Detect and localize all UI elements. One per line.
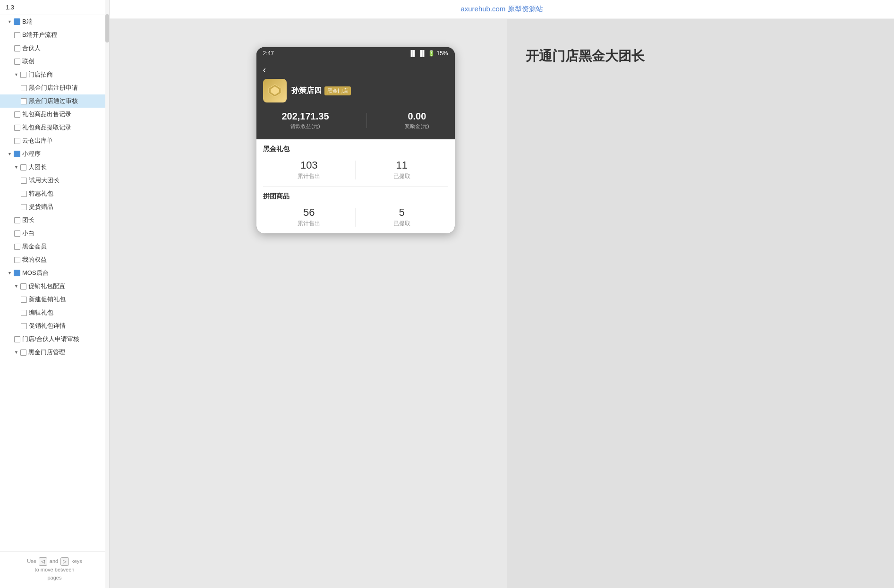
page-icon [14,257,20,263]
sidebar-item-label: 试用大团长 [29,176,60,185]
key-left-icon: ◁ [39,557,47,566]
page-icon [21,178,27,184]
sidebar-item-promo-config[interactable]: ▼ 促销礼包配置 [0,280,109,293]
scrollbar-thumb[interactable] [105,14,109,43]
stat-bonus-value: 0.00 [405,111,429,122]
collapse-arrow: ▼ [8,271,12,275]
sidebar-item-gift-sales[interactable]: 礼包商品出售记录 [0,108,109,121]
store-name: 孙策店四 [291,86,322,96]
section2-stat1-value: 56 [263,206,356,219]
sidebar-item-b-end[interactable]: ▼ B端 [0,15,109,28]
page-icon [14,336,20,342]
sidebar-item-special-gift[interactable]: 特惠礼包 [0,187,109,200]
page-icon [14,244,20,250]
stat-bonus-label: 奖励金(元) [405,123,429,130]
right-panel: 开通门店黑金大团长 [507,19,894,588]
sidebar-item-label: 促销礼包详情 [29,322,66,330]
sidebar-item-edit-gift[interactable]: 编辑礼包 [0,306,109,319]
sidebar-item-joint[interactable]: 联创 [0,55,109,68]
sidebar-item-xiaobai[interactable]: 小白 [0,227,109,240]
back-button[interactable]: ‹ [263,64,448,75]
sidebar-item-label: 特惠礼包 [29,189,53,198]
store-badge: 黑金门店 [324,86,351,95]
page-icon [14,32,20,38]
sidebar-item-black-member[interactable]: 黑金会员 [0,240,109,253]
sidebar-item-new-promo[interactable]: 新建促销礼包 [0,293,109,306]
footer-use-text: Use [27,557,36,566]
section2-stat2-value: 5 [356,206,448,219]
section1-title: 黑金礼包 [256,139,455,157]
sidebar-item-label: MOS后台 [22,269,49,277]
page-icon [21,310,27,316]
footer-move-text: to move between [35,567,75,572]
main-content: axurehub.com 原型资源站 2:47 ▐▌ ▐▌ 🔋 15% ‹ [110,0,894,588]
sidebar-item-label: 云仓出库单 [22,136,53,145]
stat-bonus: 0.00 奖励金(元) [405,111,429,130]
sidebar-item-promo-detail[interactable]: 促销礼包详情 [0,319,109,332]
sidebar-item-black-store-mgmt[interactable]: ▼ 黑金门店管理 [0,346,109,359]
topbar-title: axurehub.com 原型资源站 [460,5,543,13]
footer-keys-text: keys [71,557,82,566]
page-icon [20,72,26,78]
sidebar-item-label: 新建促销礼包 [29,295,66,304]
sidebar-item-label: 黑金门店通过审核 [29,97,78,105]
sidebar-item-store-recruit[interactable]: ▼ 门店招商 [0,68,109,81]
sidebar-item-leader[interactable]: 团长 [0,213,109,227]
scrollbar-track[interactable] [105,0,109,588]
phone-status-bar: 2:47 ▐▌ ▐▌ 🔋 15% [256,47,455,60]
sidebar-item-gift-pickup[interactable]: 礼包商品提取记录 [0,121,109,134]
sidebar-item-black-register[interactable]: 黑金门店注册申请 [0,81,109,94]
status-time: 2:47 [263,50,274,57]
footer-and-text: and [50,557,58,566]
sidebar-item-mos-backend[interactable]: ▼ MOS后台 [0,266,109,280]
sidebar-item-mini-prog[interactable]: ▼ 小程序 [0,147,109,161]
page-icon [14,217,20,223]
page-icon [21,297,27,303]
folder-icon [14,151,20,157]
phone-mockup-container: 2:47 ▐▌ ▐▌ 🔋 15% ‹ [110,19,507,588]
collapse-arrow: ▼ [14,350,19,355]
sidebar-item-label: B端开户流程 [22,31,57,39]
sidebar-item-label: 黑金会员 [22,242,47,251]
stat-earnings-label: 货款收益(元) [281,123,329,130]
page-icon [20,283,26,290]
page-icon [14,111,20,118]
sidebar-item-my-rights[interactable]: 我的权益 [0,253,109,266]
sidebar-item-b-open[interactable]: B端开户流程 [0,28,109,42]
sidebar-item-black-approved[interactable]: 黑金门店通过审核 [0,94,109,108]
page-icon [20,349,26,356]
section2-stat1: 56 累计售出 [263,206,356,228]
stat-divider [366,113,367,128]
page-icon [21,204,27,210]
sidebar-item-label: 大团长 [28,163,47,171]
sidebar-item-store-apply[interactable]: 门店/合伙人申请审核 [0,332,109,346]
sidebar-item-pickup-gift[interactable]: 提货赠品 [0,200,109,213]
stat-earnings-value: 202,171.35 [281,111,329,122]
sidebar-item-label: 促销礼包配置 [28,282,65,290]
collapse-arrow: ▼ [14,284,19,289]
sidebar-item-try-leader[interactable]: 试用大团长 [0,174,109,187]
canvas-area: 2:47 ▐▌ ▐▌ 🔋 15% ‹ [110,19,894,588]
page-icon [21,323,27,329]
sidebar-item-label: 编辑礼包 [29,308,53,317]
phone-body: 黑金礼包 103 累计售出 11 已提取 拼团 [256,139,455,233]
sidebar-item-big-leader[interactable]: ▼ 大团长 [0,161,109,174]
sidebar-item-label: 小程序 [22,150,41,158]
section1-stat2: 11 已提取 [356,159,448,180]
sidebar-item-label: 礼包商品出售记录 [22,110,71,119]
sidebar-footer: Use ◁ and ▷ keys to move between pages [0,551,109,588]
page-icon [20,164,26,170]
sidebar-item-cloud-stock[interactable]: 云仓出库单 [0,134,109,147]
page-icon [21,98,27,104]
collapse-arrow: ▼ [14,72,19,77]
store-name-section: 孙策店四 黑金门店 [291,86,351,96]
sidebar-item-partner[interactable]: 合伙人 [0,42,109,55]
sidebar-item-label: 小白 [22,229,34,238]
folder-icon [14,18,20,25]
page-icon [14,45,20,51]
right-panel-text: 开通门店黑金大团长 [526,47,645,65]
section1-stat1-label: 累计售出 [263,172,356,180]
version-label: 1.3 [0,0,109,15]
sidebar-item-label: 提货赠品 [29,203,53,211]
top-bar: axurehub.com 原型资源站 [110,0,894,19]
